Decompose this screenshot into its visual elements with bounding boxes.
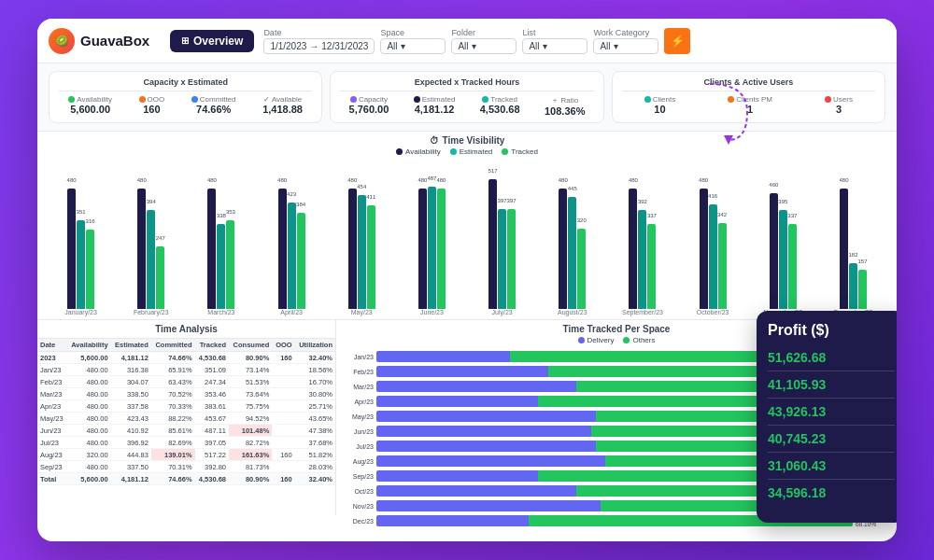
profit-value: 43,926.13 xyxy=(768,404,895,426)
kpi-hours-metrics: Capacity 5,760.00 Estimated 4,181.12 Tra… xyxy=(340,95,593,117)
bar-group: 480445320 xyxy=(538,178,606,309)
table-cell: Feb/23 xyxy=(37,376,67,388)
table-cell: 304.07 xyxy=(111,376,151,388)
table-cell: 337.50 xyxy=(111,461,151,473)
table-cell: 4,530.68 xyxy=(195,352,229,364)
profit-values: 51,626.6841,105.9343,926.1340,745.2331,0… xyxy=(768,350,895,506)
table-cell: 25.71% xyxy=(295,400,335,413)
time-analysis-title: Time Analysis xyxy=(37,320,335,339)
table-cell: Jul/23 xyxy=(37,437,67,449)
space-filter: Space All ▾ xyxy=(380,28,446,54)
table-cell: 480.00 xyxy=(67,425,111,437)
kpi-users: Users 3 xyxy=(825,95,853,115)
work-category-value: All xyxy=(600,41,610,51)
table-header: Date xyxy=(37,339,67,352)
table-cell: 51.53% xyxy=(229,376,272,388)
kpi-clients-title: Clients & Active Users xyxy=(622,77,875,91)
table-row: Jan/23480.00316.3865.91%351.0973.14%18.5… xyxy=(37,364,335,376)
list-label: List xyxy=(522,28,587,37)
legend-estimated: Estimated xyxy=(450,147,493,156)
profit-value: 34,596.18 xyxy=(768,485,895,506)
table-cell: 43.65% xyxy=(295,413,335,425)
bar-group: 480394247 xyxy=(117,178,185,309)
list-value: All xyxy=(529,41,539,51)
time-visibility-title: ⏱ Time Visibility xyxy=(45,135,889,146)
table-cell: 392.80 xyxy=(195,461,229,473)
table-cell: 85.61% xyxy=(151,425,195,437)
space-label: Space xyxy=(380,28,446,37)
space-select[interactable]: All ▾ xyxy=(380,38,446,54)
table-cell: 480.00 xyxy=(67,437,111,449)
work-category-filter: Work Category All ▾ xyxy=(593,28,658,54)
table-cell: 32.40% xyxy=(295,352,335,364)
logo-icon: 🥝 xyxy=(49,28,75,54)
data-table: DateAvailabilityEstimatedCommittedTracke… xyxy=(37,339,335,485)
kpi-hours-title: Expected x Tracked Hours xyxy=(340,77,593,91)
table-cell: 51.82% xyxy=(295,449,335,461)
kpi-clients-count: Clients 10 xyxy=(644,95,675,115)
table-cell xyxy=(272,425,294,437)
table-cell: 70.31% xyxy=(151,461,195,473)
table-cell: 480.00 xyxy=(67,376,111,388)
table-cell: 82.69% xyxy=(151,437,195,449)
table-cell: 81.73% xyxy=(229,461,272,473)
folder-label: Folder xyxy=(451,28,517,37)
table-cell: 18.56% xyxy=(295,364,335,376)
table-cell xyxy=(272,400,294,413)
time-analysis-section: Time Analysis DateAvailabilityEstimatedC… xyxy=(37,320,336,515)
table-cell: 353.46 xyxy=(195,388,229,400)
table-cell: 410.92 xyxy=(111,425,151,437)
folder-filter: Folder All ▾ xyxy=(451,28,517,54)
bar-group: 480416342 xyxy=(679,178,747,309)
bar-group: 480487480 xyxy=(398,178,466,309)
table-row: Jul/23480.00396.9282.69%397.0582.72%37.6… xyxy=(37,437,335,449)
table-header: Utilization xyxy=(295,339,335,352)
date-select[interactable]: 1/1/2023 → 12/31/2023 xyxy=(263,38,375,54)
table-cell: 5,600.00 xyxy=(67,352,111,364)
table-cell: 2023 xyxy=(37,352,67,364)
date-filter: Date 1/1/2023 → 12/31/2023 xyxy=(263,28,375,54)
table-cell: 480.00 xyxy=(67,364,111,376)
table-cell: 32.40% xyxy=(295,473,335,485)
table-header: Consumed xyxy=(229,339,272,352)
table-cell: 94.52% xyxy=(229,413,272,425)
table-cell: 160 xyxy=(272,352,294,364)
table-cell: 74.66% xyxy=(151,473,195,485)
table-cell: Total xyxy=(37,473,67,485)
table-cell: 70.33% xyxy=(151,400,195,413)
list-select[interactable]: All ▾ xyxy=(522,38,587,54)
clock-icon: ⏱ xyxy=(430,135,439,146)
table-row: Apr/23480.00337.5870.33%383.6175.75%25.7… xyxy=(37,400,335,413)
table-cell xyxy=(272,388,294,400)
folder-select[interactable]: All ▾ xyxy=(451,38,517,54)
filter-button[interactable]: ⚡ xyxy=(664,28,690,54)
bar-group: 480182157 xyxy=(819,178,887,309)
table-header: Tracked xyxy=(195,339,229,352)
table-cell: 101.48% xyxy=(229,425,272,437)
kpi-capacity-val: Capacity 5,760.00 xyxy=(349,95,389,117)
table-cell: 480.00 xyxy=(67,388,111,400)
profit-card: Profit ($) 51,626.6841,105.9343,926.1340… xyxy=(757,311,897,523)
work-category-select[interactable]: All ▾ xyxy=(593,38,658,54)
table-cell: Jun/23 xyxy=(37,425,67,437)
kpi-clients: Clients & Active Users Clients 10 Client… xyxy=(612,71,885,123)
table-cell: Aug/23 xyxy=(37,449,67,461)
table-cell: 139.01% xyxy=(151,449,195,461)
main-container: 🥝 GuavaBox ⊞ Overview Date 1/1/2023 → 12… xyxy=(37,19,897,541)
kpi-capacity: Capacity x Estimated Availability 5,600.… xyxy=(49,71,322,123)
table-cell: 423.43 xyxy=(111,413,151,425)
header: 🥝 GuavaBox ⊞ Overview Date 1/1/2023 → 12… xyxy=(37,19,897,63)
table-cell: 444.83 xyxy=(111,449,151,461)
table-cell: 73.14% xyxy=(229,364,272,376)
chevron-down-icon: ▾ xyxy=(401,41,405,51)
kpi-capacity-metrics: Availability 5,600.00 OOO 160 Committed … xyxy=(59,95,312,115)
kpi-committed: Committed 74.66% xyxy=(191,95,236,115)
table-cell: 338.50 xyxy=(111,388,151,400)
bar-group: 480454411 xyxy=(328,178,396,309)
nav-tab-overview[interactable]: ⊞ Overview xyxy=(170,30,254,52)
table-cell: 396.92 xyxy=(111,437,151,449)
table-row: Aug/23320.00444.83139.01%517.22161.63%16… xyxy=(37,449,335,461)
table-row: Feb/23480.00304.0763.43%247.3451.53%16.7… xyxy=(37,376,335,388)
date-label: Date xyxy=(263,28,375,37)
kpi-clients-metrics: Clients 10 Clients PM 1 Users 3 xyxy=(622,95,875,115)
